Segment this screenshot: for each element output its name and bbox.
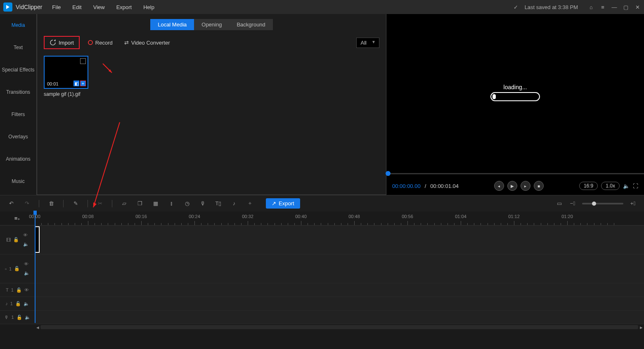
undo-icon[interactable]: ↶ xyxy=(7,200,15,207)
ruler-mark: 00:56 xyxy=(402,214,413,219)
delete-icon[interactable]: 🗑 xyxy=(47,200,55,207)
fit-icon[interactable]: ▭ xyxy=(556,200,563,207)
aspect-ratio-button[interactable]: 16:9 xyxy=(579,182,598,190)
visibility-icon[interactable]: 👁 xyxy=(24,261,30,266)
visibility-icon[interactable]: 👁 xyxy=(24,287,29,292)
video-converter-button[interactable]: ⇄ Video Converter xyxy=(121,37,173,48)
home-icon[interactable]: ⌂ xyxy=(588,4,594,10)
overlay-track-body[interactable] xyxy=(35,254,644,283)
preview-scrubber[interactable] xyxy=(386,171,644,177)
timeline-scrollbar[interactable]: ◂ ▸ xyxy=(0,324,644,330)
mute-icon[interactable]: 🔈 xyxy=(25,315,31,320)
add-track-icon[interactable]: ≡₊ xyxy=(14,215,21,221)
title-bar: VidClipper File Edit View Export Help ✓ … xyxy=(0,0,644,14)
tab-local-media[interactable]: Local Media xyxy=(150,19,194,30)
zoom-in-icon[interactable]: +⃝ xyxy=(629,200,637,207)
lock-icon[interactable]: 🔓 xyxy=(13,237,19,242)
menu-view[interactable]: View xyxy=(93,4,105,10)
scroll-left-icon[interactable]: ◂ xyxy=(35,324,40,330)
export-label: Export xyxy=(279,200,294,207)
timeline: ≡₊ 00:0000:0800:1600:2400:3200:4000:4800… xyxy=(0,211,644,330)
video-track-body[interactable] xyxy=(35,226,644,254)
annotation-arrow-large xyxy=(83,121,124,211)
stop-button[interactable]: ■ xyxy=(534,181,544,191)
audio-track-num: 1 xyxy=(10,301,13,306)
media-info-icon[interactable]: ◧ xyxy=(73,81,79,86)
sidebar: Media Text Special Effects Transitions F… xyxy=(0,14,37,195)
hamburger-icon[interactable]: ≡ xyxy=(599,4,606,10)
stats-icon[interactable]: ⫿ xyxy=(168,200,175,207)
visibility-icon[interactable]: 👁 xyxy=(23,233,29,237)
menu-help[interactable]: Help xyxy=(143,4,154,10)
close-icon[interactable]: ✕ xyxy=(634,4,641,10)
prev-frame-button[interactable]: ◂ xyxy=(494,181,504,191)
app-logo xyxy=(3,2,12,12)
sidebar-item-music[interactable]: Music xyxy=(0,170,36,192)
import-icon xyxy=(50,39,56,46)
voice-track-num: 1 xyxy=(11,315,14,320)
sidebar-item-overlays[interactable]: Overlays xyxy=(0,126,36,148)
check-icon: ✓ xyxy=(514,4,518,10)
ruler-mark: 00:48 xyxy=(348,214,360,219)
sidebar-item-animations[interactable]: Animations xyxy=(0,148,36,170)
loading-bar-icon xyxy=(490,92,540,101)
zoom-out-icon[interactable]: −⃝ xyxy=(569,200,576,207)
tab-background[interactable]: Background xyxy=(229,19,272,30)
lock-icon[interactable]: 🔓 xyxy=(14,266,20,271)
preview-canvas[interactable]: loading... xyxy=(386,14,644,171)
menu-file[interactable]: File xyxy=(52,4,61,10)
text-track-num: 1 xyxy=(11,287,14,292)
timeline-ruler[interactable]: 00:0000:0800:1600:2400:3200:4000:4800:56… xyxy=(35,211,644,225)
play-button[interactable]: ▶ xyxy=(507,181,517,191)
zoom-slider[interactable] xyxy=(582,203,623,204)
scrubber-handle[interactable] xyxy=(386,171,391,176)
voice-track-body[interactable] xyxy=(35,311,644,324)
lock-icon[interactable]: 🔓 xyxy=(17,315,22,320)
filter-value: All xyxy=(361,40,367,46)
audio-track-icon: ♪ xyxy=(5,301,8,306)
sidebar-item-special-effects[interactable]: Special Effects xyxy=(0,59,36,81)
time-sep: / xyxy=(425,183,426,189)
volume-icon[interactable]: 🔈 xyxy=(623,183,630,189)
playhead[interactable] xyxy=(35,211,36,323)
text-track-body[interactable] xyxy=(35,283,644,297)
lock-icon[interactable]: 🔓 xyxy=(15,301,21,306)
play-badge-icon xyxy=(80,58,86,64)
ruler-mark: 00:40 xyxy=(295,214,307,219)
maximize-icon[interactable]: ▢ xyxy=(623,4,629,10)
voice-track-icon: 🎙 xyxy=(4,315,9,320)
menu-edit[interactable]: Edit xyxy=(72,4,81,10)
lock-icon[interactable]: 🔓 xyxy=(16,287,22,293)
menu-export[interactable]: Export xyxy=(116,4,132,10)
effect-tool-icon[interactable]: ✦ xyxy=(246,200,253,207)
text-tool-icon[interactable]: T▯ xyxy=(215,200,222,207)
media-filter-select[interactable]: All xyxy=(356,38,379,48)
duration-icon[interactable]: ◷ xyxy=(183,200,191,207)
scroll-right-icon[interactable]: ▸ xyxy=(638,324,644,330)
record-button[interactable]: Record xyxy=(85,37,116,48)
sidebar-item-filters[interactable]: Filters xyxy=(0,103,36,126)
mute-icon[interactable]: 🔈 xyxy=(23,242,29,247)
export-button[interactable]: ↗ Export xyxy=(266,198,300,209)
fullscreen-icon[interactable]: ⛶ xyxy=(633,183,638,189)
audio-track-body[interactable] xyxy=(35,297,644,310)
mute-icon[interactable]: 🔈 xyxy=(24,301,29,306)
sidebar-item-transitions[interactable]: Transitions xyxy=(0,81,36,103)
next-frame-button[interactable]: ▸ xyxy=(521,181,530,191)
redo-icon[interactable]: ↷ xyxy=(23,200,31,207)
speed-button[interactable]: 1.0x xyxy=(601,182,620,190)
sidebar-item-media[interactable]: Media xyxy=(0,14,36,36)
media-thumbnail[interactable]: 00:01 ◧ + xyxy=(44,56,88,89)
copy-icon[interactable]: ❐ xyxy=(136,200,144,207)
media-add-icon[interactable]: + xyxy=(80,81,86,86)
mute-icon[interactable]: 🔈 xyxy=(24,271,30,276)
app-name: VidClipper xyxy=(16,4,42,10)
edit-icon[interactable]: ✎ xyxy=(72,200,79,207)
import-button[interactable]: Import xyxy=(44,36,80,49)
mic-icon[interactable]: 🎙 xyxy=(199,200,206,207)
tab-opening[interactable]: Opening xyxy=(194,19,229,30)
audio-tool-icon[interactable]: ♪ xyxy=(230,200,238,207)
mosaic-icon[interactable]: ▦ xyxy=(152,200,159,207)
sidebar-item-text[interactable]: Text xyxy=(0,36,36,59)
minimize-icon[interactable]: — xyxy=(611,4,618,10)
